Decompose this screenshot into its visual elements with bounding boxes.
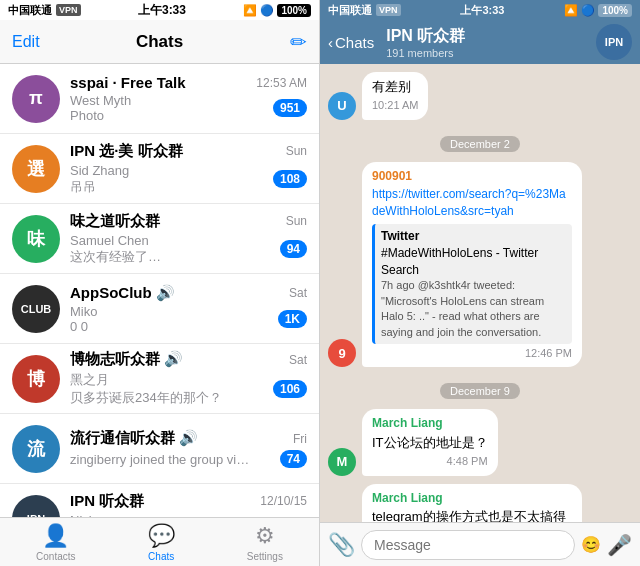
tab-contacts-label: Contacts — [36, 551, 75, 562]
chat-sender: Sid Zhang — [70, 163, 129, 178]
chat-sender: West Myth — [70, 93, 131, 108]
nav-bar-right: ‹ Chats IPN 听众群 191 members IPN — [320, 20, 640, 64]
chat-content: 流行通信听众群 🔊 Fri zingiberry joined the grou… — [70, 429, 307, 468]
chat-content: 味之道听众群 Sun Samuel Chen 这次有经验了… 94 — [70, 212, 307, 266]
chat-name: IPN 听众群 — [70, 492, 144, 511]
back-label: Chats — [335, 34, 374, 51]
message-time: 12:46 PM — [372, 346, 572, 361]
message-text: IT公论坛的地址是？ — [372, 434, 488, 452]
message-time: 4:48 PM — [372, 454, 488, 469]
contacts-icon: 👤 — [42, 523, 69, 549]
chat-time: Sat — [289, 353, 307, 367]
chat-avatar-7: IPN — [12, 495, 60, 518]
message-avatar: U — [328, 92, 356, 120]
chat-list-item[interactable]: IPN IPN 听众群 12/10/15 Nick 并不是 — [0, 484, 319, 517]
chat-content: IPN 选·美 听众群 Sun Sid Zhang 吊吊 108 — [70, 142, 307, 196]
attach-button[interactable]: 📎 — [328, 532, 355, 558]
chat-avatar-4: CLUB — [12, 285, 60, 333]
tab-settings[interactable]: ⚙ Settings — [247, 523, 283, 562]
chat-list-item[interactable]: 流 流行通信听众群 🔊 Fri zingiberry joined the gr… — [0, 414, 319, 484]
message-text: 有差别 — [372, 78, 418, 96]
emoji-button[interactable]: 😊 — [581, 535, 601, 554]
chat-sender: 黑之月 — [70, 371, 222, 389]
chat-preview: 吊吊 — [70, 178, 129, 196]
chat-list-item[interactable]: 選 IPN 选·美 听众群 Sun Sid Zhang 吊吊 108 — [0, 134, 319, 204]
chat-avatar-5: 博 — [12, 355, 60, 403]
link-preview-title: Twitter — [381, 228, 566, 245]
date-divider: December 9 — [328, 381, 632, 399]
status-bar-left: 中国联通 VPN 上午3:33 🔼 🔵 100% — [0, 0, 319, 20]
status-time-right: 上午3:33 — [460, 3, 504, 18]
unread-badge: 94 — [280, 240, 307, 258]
status-bar-time-left: 上午3:33 — [138, 2, 186, 19]
tab-chats[interactable]: 💬 Chats — [148, 523, 175, 562]
back-button[interactable]: ‹ Chats — [328, 34, 374, 51]
chat-name: 博物志听众群 🔊 — [70, 350, 183, 369]
chat-list: π sspai · Free Talk 12:53 AM West Myth P… — [0, 64, 319, 517]
chat-avatar-3: 味 — [12, 215, 60, 263]
chat-subtitle: 191 members — [386, 47, 592, 59]
chat-time: Sat — [289, 286, 307, 300]
message-link[interactable]: https://twitter.com/search?q=%23MadeWith… — [372, 186, 572, 220]
chat-preview: 0 0 — [70, 319, 97, 334]
message-bubble: March LiangIT公论坛的地址是？4:48 PM — [362, 409, 498, 475]
compose-button[interactable]: ✏ — [290, 30, 307, 54]
chat-list-item[interactable]: 博 博物志听众群 🔊 Sat 黑之月 贝多芬诞辰234年的那个？ 106 — [0, 344, 319, 414]
chats-icon: 💬 — [148, 523, 175, 549]
date-divider: December 2 — [328, 134, 632, 152]
tab-chats-label: Chats — [148, 551, 174, 562]
chat-time: Sun — [286, 214, 307, 228]
chat-content: IPN 听众群 12/10/15 Nick 并不是 — [70, 492, 307, 518]
chat-title: IPN 听众群 — [386, 26, 592, 47]
settings-icon: ⚙ — [255, 523, 275, 549]
message-row: 9 900901https://twitter.com/search?q=%23… — [328, 162, 632, 368]
message-bubble: 900901https://twitter.com/search?q=%23Ma… — [362, 162, 582, 368]
left-panel: 中国联通 VPN 上午3:33 🔼 🔵 100% Edit Chats ✏ π … — [0, 0, 320, 566]
mic-button[interactable]: 🎤 — [607, 533, 632, 557]
message-row: M March LiangIT公论坛的地址是？4:48 PM — [328, 409, 632, 475]
link-preview: Twitter #MadeWithHoloLens - Twitter Sear… — [372, 224, 572, 344]
status-bar-right: 中国联通 VPN 上午3:33 🔼 🔵 100% — [320, 0, 640, 20]
chat-avatar-1: π — [12, 75, 60, 123]
chat-sender: Miko — [70, 304, 97, 319]
tab-contacts[interactable]: 👤 Contacts — [36, 523, 75, 562]
chat-name: AppSoClub 🔊 — [70, 284, 175, 302]
chat-avatar[interactable]: IPN — [596, 24, 632, 60]
message-input[interactable] — [361, 530, 575, 560]
chat-content: 博物志听众群 🔊 Sat 黑之月 贝多芬诞辰234年的那个？ 106 — [70, 350, 307, 407]
chat-preview: Photo — [70, 108, 131, 123]
message-avatar: 9 — [328, 339, 356, 367]
nav-bar-left: Edit Chats ✏ — [0, 20, 319, 64]
message-time: 10:21 AM — [372, 98, 418, 113]
chat-list-item[interactable]: CLUB AppSoClub 🔊 Sat Miko 0 0 1K — [0, 274, 319, 344]
edit-button[interactable]: Edit — [12, 33, 40, 51]
chat-time: 12/10/15 — [260, 494, 307, 508]
unread-badge: 74 — [280, 450, 307, 468]
chats-title: Chats — [136, 32, 183, 52]
link-preview-desc: 7h ago @k3shtk4r tweeted: "Microsoft's H… — [381, 278, 566, 340]
chat-list-item[interactable]: 味 味之道听众群 Sun Samuel Chen 这次有经验了… 94 — [0, 204, 319, 274]
message-sender: March Liang — [372, 415, 488, 432]
unread-badge: 108 — [273, 170, 307, 188]
message-bubble: March Liangtelegram的操作方式也是不太搞得懂，在聊天列表中删掉… — [362, 484, 582, 522]
chat-preview: 这次有经验了… — [70, 248, 161, 266]
chevron-left-icon: ‹ — [328, 34, 333, 51]
unread-badge: 106 — [273, 380, 307, 398]
chat-name: IPN 选·美 听众群 — [70, 142, 183, 161]
unread-badge: 1K — [278, 310, 307, 328]
chat-list-item[interactable]: π sspai · Free Talk 12:53 AM West Myth P… — [0, 64, 319, 134]
message-avatar: M — [328, 448, 356, 476]
chat-sender: Samuel Chen — [70, 233, 161, 248]
chat-name: sspai · Free Talk — [70, 74, 186, 91]
link-preview-subtitle: #MadeWithHoloLens - Twitter Search — [381, 245, 566, 279]
chat-content: sspai · Free Talk 12:53 AM West Myth Pho… — [70, 74, 307, 123]
chat-time: 12:53 AM — [256, 76, 307, 90]
chat-time: Sun — [286, 144, 307, 158]
input-bar: 📎 😊 🎤 — [320, 522, 640, 566]
tab-bar: 👤 Contacts 💬 Chats ⚙ Settings — [0, 517, 319, 566]
chat-preview: 贝多芬诞辰234年的那个？ — [70, 389, 222, 407]
chat-avatar-2: 選 — [12, 145, 60, 193]
chat-name: 流行通信听众群 🔊 — [70, 429, 198, 448]
message-row: M March Liangtelegram的操作方式也是不太搞得懂，在聊天列表中… — [328, 484, 632, 522]
chat-content: AppSoClub 🔊 Sat Miko 0 0 1K — [70, 284, 307, 334]
